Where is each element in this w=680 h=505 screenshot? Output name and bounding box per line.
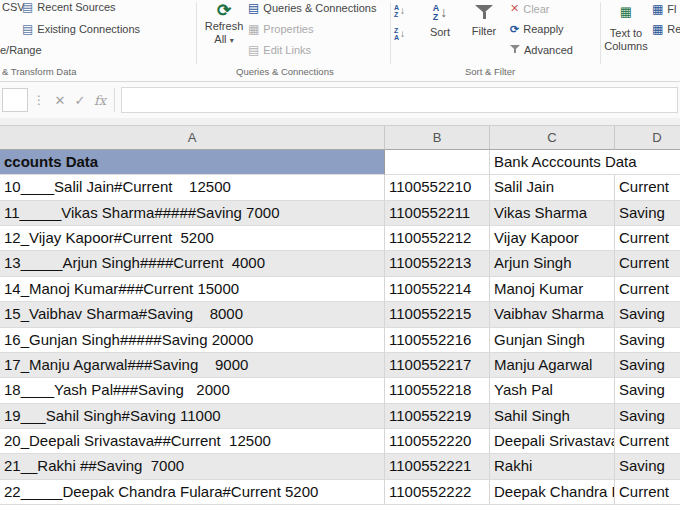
properties-button[interactable]: ▦ Properties — [248, 23, 313, 35]
queries-connections-button[interactable]: ▤ Queries & Connections — [248, 2, 376, 14]
cell-raw-record[interactable]: 18____Yash Pal###Saving 2000 — [0, 378, 385, 403]
reapply-button[interactable]: ⟳ Reapply — [510, 23, 564, 35]
cell-empty[interactable] — [385, 150, 490, 175]
sort-az-button[interactable]: AZ ↓ — [394, 4, 405, 18]
cell-account-type[interactable]: Saving — [615, 201, 680, 226]
group-separator — [390, 2, 391, 64]
cell-raw-record[interactable]: 15_Vaibhav Sharma#Saving 8000 — [0, 302, 385, 327]
sort-filter-group-label: Sort & Filter — [465, 66, 515, 77]
column-header-a[interactable]: A — [0, 126, 385, 150]
formula-bar: ⋮ ✕ ✓ fx — [0, 82, 680, 118]
cancel-button[interactable]: ✕ — [50, 93, 70, 108]
column-header-d[interactable]: D — [615, 126, 680, 150]
cell-customer-name[interactable]: Vijay Kapoor — [490, 226, 615, 251]
cell-customer-name[interactable]: Rakhi — [490, 454, 615, 479]
cell-account-number[interactable]: 1100552217 — [385, 353, 490, 378]
dropdown-arrow-icon: ▾ — [230, 36, 234, 45]
filter-button[interactable]: Filter — [462, 2, 506, 38]
clear-filter-button[interactable]: ✕ Clear — [510, 2, 550, 15]
cell-account-type[interactable]: Current — [615, 175, 680, 200]
refresh-all-label-2: All ▾ — [214, 33, 233, 47]
cell-accounts-data-title[interactable]: ccounts Data — [0, 150, 385, 175]
existing-connections-label: Existing Connections — [37, 23, 140, 35]
cell-customer-name[interactable]: Deepak Chandra Fulara — [490, 480, 615, 505]
table-row: 20_Deepali Srivastava##Current 12500 110… — [0, 429, 680, 454]
enter-button[interactable]: ✓ — [70, 93, 90, 108]
formula-bar-handle-icon[interactable]: ⋮ — [28, 93, 50, 107]
sort-za-button[interactable]: ZA ↓ — [394, 27, 405, 41]
cell-account-type[interactable]: Current — [615, 429, 680, 454]
cell-account-number[interactable]: 1100552211 — [385, 201, 490, 226]
cell-account-type[interactable]: Saving — [615, 378, 680, 403]
edit-links-button[interactable]: ▤ Edit Links — [248, 44, 311, 56]
cell-account-number[interactable]: 1100552222 — [385, 480, 490, 505]
name-box[interactable] — [2, 88, 28, 112]
cell-raw-record[interactable]: 12_Vijay Kapoor#Current 5200 — [0, 226, 385, 251]
cell-account-type[interactable]: Current — [615, 226, 680, 251]
cell-raw-record[interactable]: 16_Gunjan Singh#####Saving 20000 — [0, 328, 385, 353]
cell-account-type[interactable]: Saving — [615, 302, 680, 327]
column-header-c[interactable]: C — [490, 126, 615, 150]
formula-bar-divider — [114, 88, 115, 112]
reapply-label: Reapply — [523, 23, 563, 35]
cell-raw-record[interactable]: 20_Deepali Srivastava##Current 12500 — [0, 429, 385, 454]
cell-account-number[interactable]: 1100552215 — [385, 302, 490, 327]
cell-customer-name[interactable]: Manju Agarwal — [490, 353, 615, 378]
cell-raw-record[interactable]: 21__Rakhi ##Saving 7000 — [0, 454, 385, 479]
existing-connections-button[interactable]: ▤ Existing Connections — [22, 23, 140, 35]
sort-button[interactable]: AZ ↓ Sort — [420, 2, 460, 39]
column-header-b[interactable]: B — [385, 126, 490, 150]
refresh-all-button[interactable]: ⟳ Refresh All ▾ — [200, 2, 248, 47]
table-row: 11_____Vikas Sharma#####Saving 7000 1100… — [0, 201, 680, 226]
cell-account-number[interactable]: 1100552218 — [385, 378, 490, 403]
cell-bank-accounts-data-title[interactable]: Bank Acccounts Data — [490, 150, 615, 175]
advanced-filter-button[interactable]: Advanced — [510, 44, 573, 56]
cell-account-type[interactable]: Saving — [615, 404, 680, 429]
cell-account-number[interactable]: 1100552220 — [385, 429, 490, 454]
cell-raw-record[interactable]: 14_Manoj Kumar###Current 15000 — [0, 277, 385, 302]
properties-icon: ▦ — [248, 23, 259, 35]
cell-customer-name[interactable]: Sahil Singh — [490, 404, 615, 429]
cell-customer-name[interactable]: Deepali Srivastava — [490, 429, 615, 454]
sort-za-icon: ZA — [394, 27, 399, 41]
cell-customer-name[interactable]: Gunjan Singh — [490, 328, 615, 353]
cell-account-number[interactable]: 1100552221 — [385, 454, 490, 479]
remove-duplicates-icon: ▦ — [652, 23, 663, 35]
cell-account-type[interactable]: Current — [615, 251, 680, 276]
cell-customer-name[interactable]: Vikas Sharma — [490, 201, 615, 226]
flash-fill-button[interactable]: ▦ Fl — [652, 3, 677, 15]
cell-customer-name[interactable]: Salil Jain — [490, 175, 615, 200]
table-row: 17_Manju Agarwal###Saving 9000 110055221… — [0, 353, 680, 378]
insert-function-button[interactable]: fx — [90, 93, 110, 108]
text-to-columns-button[interactable]: ▦ Text to Columns — [604, 2, 648, 53]
cell-customer-name[interactable]: Arjun Singh — [490, 251, 615, 276]
remove-duplicates-button[interactable]: ▦ Re — [652, 23, 680, 35]
cell-customer-name[interactable]: Yash Pal — [490, 378, 615, 403]
cell-account-type[interactable]: Current — [615, 480, 680, 505]
recent-sources-button[interactable]: ▤ Recent Sources — [22, 1, 116, 13]
from-table-range-button[interactable]: e/Range — [0, 44, 42, 56]
cell-account-type[interactable]: Saving — [615, 328, 680, 353]
cell-account-number[interactable]: 1100552219 — [385, 404, 490, 429]
cell-account-number[interactable]: 1100552213 — [385, 251, 490, 276]
cell-raw-record[interactable]: 22_____Deepak Chandra Fulara#Current 520… — [0, 480, 385, 505]
cell-account-number[interactable]: 1100552210 — [385, 175, 490, 200]
text-to-columns-label-1: Text to — [610, 27, 642, 40]
formula-input[interactable] — [121, 87, 678, 113]
cell-account-number[interactable]: 1100552216 — [385, 328, 490, 353]
cell-raw-record[interactable]: 19___Sahil Singh#Saving 11000 — [0, 404, 385, 429]
cell-account-type[interactable]: Saving — [615, 454, 680, 479]
cell-account-type[interactable]: Saving — [615, 353, 680, 378]
cell-customer-name[interactable]: Vaibhav Sharma — [490, 302, 615, 327]
edit-links-icon: ▤ — [248, 44, 259, 56]
cell-account-number[interactable]: 1100552212 — [385, 226, 490, 251]
column-headers: A B C D — [0, 126, 680, 150]
cell-raw-record[interactable]: 13_____Arjun Singh####Current 4000 — [0, 251, 385, 276]
cell-account-type[interactable]: Current — [615, 277, 680, 302]
recent-sources-icon: ▤ — [22, 1, 33, 13]
cell-customer-name[interactable]: Manoj Kumar — [490, 277, 615, 302]
cell-raw-record[interactable]: 17_Manju Agarwal###Saving 9000 — [0, 353, 385, 378]
cell-raw-record[interactable]: 10____Salil Jain#Current 12500 — [0, 175, 385, 200]
cell-raw-record[interactable]: 11_____Vikas Sharma#####Saving 7000 — [0, 201, 385, 226]
cell-account-number[interactable]: 1100552214 — [385, 277, 490, 302]
